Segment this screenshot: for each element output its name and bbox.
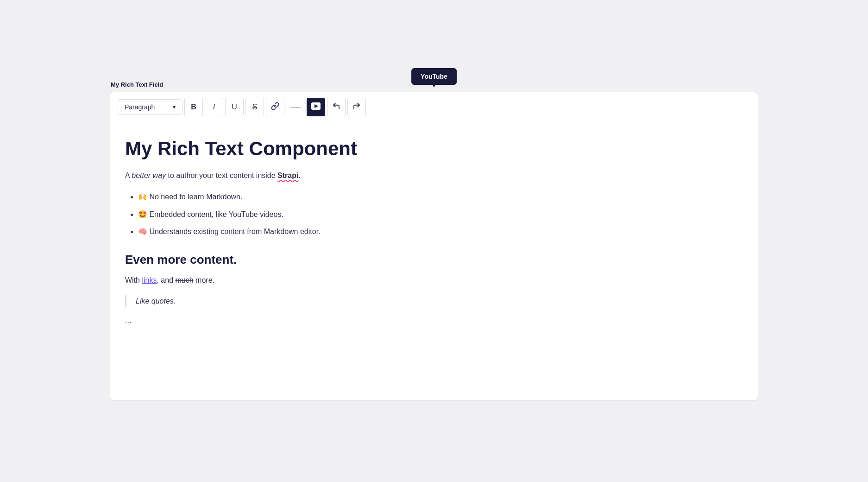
- intro-bold: Strapi: [277, 171, 298, 179]
- youtube-icon: [311, 102, 321, 112]
- para2-middle: , and: [157, 276, 175, 284]
- link-button[interactable]: [266, 98, 284, 116]
- intro-text-end: .: [298, 171, 300, 179]
- toolbar-divider: —: [286, 98, 305, 116]
- content-heading: My Rich Text Component: [125, 137, 743, 160]
- undo-icon: [332, 102, 340, 112]
- italic-button[interactable]: I: [205, 98, 223, 116]
- youtube-button[interactable]: [307, 98, 325, 116]
- editor-container: YouTube Paragraph ▾ B I U S: [110, 92, 758, 401]
- para2-strike: much: [176, 276, 194, 284]
- intro-text-before: A: [125, 171, 132, 179]
- content-subheading: Even more content.: [125, 253, 743, 267]
- toolbar: Paragraph ▾ B I U S: [110, 92, 758, 122]
- bold-button[interactable]: B: [184, 98, 203, 116]
- blockquote-text: Like quotes.: [136, 295, 743, 307]
- list-item: 🧠 Understands existing content from Mark…: [138, 226, 743, 238]
- italic-icon: I: [213, 103, 215, 111]
- underline-button[interactable]: U: [225, 98, 244, 116]
- redo-icon: [352, 102, 361, 112]
- bold-icon: B: [191, 103, 196, 111]
- youtube-tooltip: YouTube: [411, 68, 457, 85]
- paragraph-label: Paragraph: [125, 103, 155, 111]
- strikethrough-button[interactable]: S: [245, 98, 264, 116]
- para2-link[interactable]: links: [142, 276, 157, 284]
- intro-text-middle: to author your text content inside: [166, 171, 277, 179]
- para2-before: With: [125, 276, 142, 284]
- content-intro: A better way to author your text content…: [125, 170, 743, 182]
- intro-italic: better way: [132, 171, 166, 179]
- para2-after: more.: [194, 276, 214, 284]
- underline-icon: U: [232, 103, 237, 111]
- content-para2: With links, and much more.: [125, 274, 743, 286]
- link-icon: [271, 102, 279, 112]
- editor-content[interactable]: My Rich Text Component A better way to a…: [110, 122, 758, 400]
- blockquote: Like quotes.: [125, 295, 743, 307]
- page-wrapper: My Rich Text Field YouTube Paragraph ▾ B…: [110, 81, 758, 401]
- minus-icon: —: [290, 102, 301, 112]
- strikethrough-icon: S: [252, 103, 258, 111]
- paragraph-dropdown[interactable]: Paragraph ▾: [118, 99, 182, 115]
- redo-button[interactable]: [347, 98, 366, 116]
- list-item: 🤩 Embedded content, like YouTube videos.: [138, 209, 743, 221]
- undo-button[interactable]: [327, 98, 346, 116]
- chevron-down-icon: ▾: [173, 104, 176, 110]
- ellipsis-text: ...: [125, 317, 743, 325]
- content-list: 🙌 No need to learn Markdown. 🤩 Embedded …: [125, 191, 743, 238]
- list-item: 🙌 No need to learn Markdown.: [138, 191, 743, 203]
